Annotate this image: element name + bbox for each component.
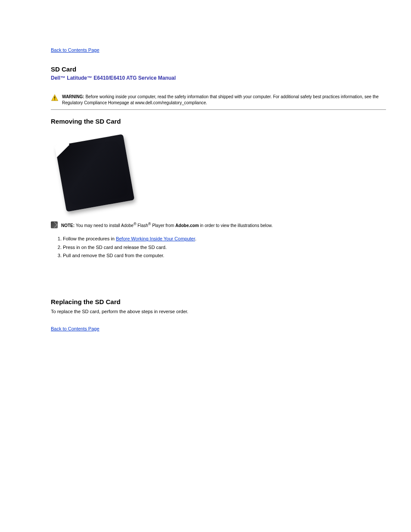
- warning-text: WARNING: Before working inside your comp…: [62, 94, 386, 106]
- svg-rect-1: [54, 96, 55, 99]
- document-page: Back to Contents Page SD Card Dell™ Lati…: [0, 0, 411, 361]
- note-prefix: You may need to install Adobe: [76, 223, 134, 228]
- title-block: SD Card Dell™ Latitude™ E6410/E6410 ATG …: [51, 65, 386, 81]
- note-callout: NOTE: You may need to install Adobe® Fla…: [51, 221, 386, 229]
- warning-body: Before working inside your computer, rea…: [62, 94, 379, 105]
- note-text: NOTE: You may need to install Adobe® Fla…: [61, 221, 273, 229]
- divider: [51, 109, 386, 110]
- step-1-suffix: .: [195, 236, 196, 241]
- step-1-prefix: Follow the procedures in: [63, 236, 116, 241]
- warning-triangle-icon: [51, 94, 59, 102]
- note-adobe-site: Adobe.com: [175, 223, 199, 228]
- manual-subtitle: Dell™ Latitude™ E6410/E6410 ATG Service …: [51, 75, 386, 81]
- replace-instruction: To replace the SD card, perform the abov…: [51, 309, 386, 314]
- section-replacing-heading: Replacing the SD Card: [51, 298, 386, 305]
- before-working-link[interactable]: Before Working Inside Your Computer: [116, 236, 195, 241]
- step-3: Pull and remove the SD card from the com…: [63, 252, 386, 259]
- svg-rect-2: [54, 100, 55, 100]
- back-to-contents-link-top[interactable]: Back to Contents Page: [51, 47, 100, 53]
- note-flash: Flash: [137, 223, 148, 228]
- warning-label: WARNING:: [62, 94, 84, 99]
- step-2: Press in on the SD card and release the …: [63, 244, 386, 251]
- note-suffix: in order to view the illustrations below…: [199, 223, 273, 228]
- step-1: Follow the procedures in Before Working …: [63, 236, 386, 242]
- note-player: Player from: [151, 223, 175, 228]
- sd-card-image: [51, 130, 150, 216]
- note-pencil-icon: [51, 221, 58, 228]
- back-to-contents-link-bottom[interactable]: Back to Contents Page: [51, 326, 100, 331]
- note-label: NOTE:: [61, 223, 75, 228]
- section-removing-heading: Removing the SD Card: [51, 118, 386, 125]
- steps-list: Follow the procedures in Before Working …: [63, 236, 386, 259]
- registered-mark-1: ®: [134, 222, 137, 226]
- warning-callout: WARNING: Before working inside your comp…: [51, 94, 386, 106]
- topic-title: SD Card: [51, 65, 386, 73]
